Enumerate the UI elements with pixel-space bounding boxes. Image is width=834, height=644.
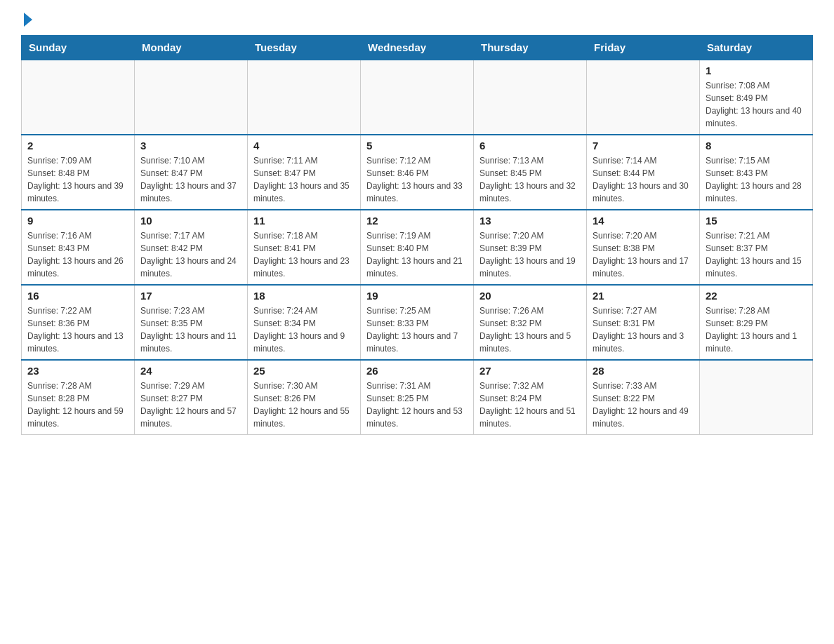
- calendar-day-cell: 22Sunrise: 7:28 AMSunset: 8:29 PMDayligh…: [700, 285, 813, 360]
- day-info: Sunrise: 7:09 AMSunset: 8:48 PMDaylight:…: [27, 154, 128, 205]
- weekday-header: Friday: [587, 36, 700, 60]
- calendar-day-cell: 19Sunrise: 7:25 AMSunset: 8:33 PMDayligh…: [361, 285, 474, 360]
- day-number: 23: [27, 365, 128, 377]
- calendar-day-cell: [587, 60, 700, 135]
- weekday-header: Tuesday: [248, 36, 361, 60]
- day-info: Sunrise: 7:20 AMSunset: 8:39 PMDaylight:…: [479, 229, 581, 280]
- calendar-day-cell: 13Sunrise: 7:20 AMSunset: 8:39 PMDayligh…: [474, 210, 587, 285]
- day-number: 10: [140, 215, 241, 227]
- day-info: Sunrise: 7:28 AMSunset: 8:29 PMDaylight:…: [706, 304, 807, 355]
- day-number: 1: [706, 65, 807, 76]
- calendar-day-cell: 7Sunrise: 7:14 AMSunset: 8:44 PMDaylight…: [587, 135, 700, 210]
- day-info: Sunrise: 7:28 AMSunset: 8:28 PMDaylight:…: [27, 380, 128, 430]
- day-number: 4: [253, 140, 355, 152]
- calendar-day-cell: 10Sunrise: 7:17 AMSunset: 8:42 PMDayligh…: [135, 210, 248, 285]
- day-number: 12: [366, 215, 468, 227]
- calendar-day-cell: 9Sunrise: 7:16 AMSunset: 8:43 PMDaylight…: [22, 210, 135, 285]
- calendar-day-cell: 6Sunrise: 7:13 AMSunset: 8:45 PMDaylight…: [474, 135, 587, 210]
- calendar-day-cell: [248, 60, 361, 135]
- calendar-day-cell: 12Sunrise: 7:19 AMSunset: 8:40 PMDayligh…: [361, 210, 474, 285]
- calendar-day-cell: 20Sunrise: 7:26 AMSunset: 8:32 PMDayligh…: [474, 285, 587, 360]
- day-number: 18: [253, 290, 355, 302]
- day-info: Sunrise: 7:14 AMSunset: 8:44 PMDaylight:…: [593, 154, 694, 205]
- calendar-day-cell: [361, 60, 474, 135]
- day-info: Sunrise: 7:12 AMSunset: 8:46 PMDaylight:…: [366, 154, 468, 205]
- calendar-day-cell: 11Sunrise: 7:18 AMSunset: 8:41 PMDayligh…: [248, 210, 361, 285]
- calendar-day-cell: 26Sunrise: 7:31 AMSunset: 8:25 PMDayligh…: [361, 360, 474, 435]
- calendar-day-cell: [700, 360, 813, 435]
- day-info: Sunrise: 7:27 AMSunset: 8:31 PMDaylight:…: [593, 304, 694, 355]
- day-info: Sunrise: 7:18 AMSunset: 8:41 PMDaylight:…: [253, 229, 355, 280]
- calendar-day-cell: [135, 60, 248, 135]
- calendar-day-cell: 18Sunrise: 7:24 AMSunset: 8:34 PMDayligh…: [248, 285, 361, 360]
- day-info: Sunrise: 7:16 AMSunset: 8:43 PMDaylight:…: [27, 229, 128, 280]
- weekday-header: Saturday: [700, 36, 813, 60]
- day-number: 16: [27, 290, 128, 302]
- day-number: 7: [593, 140, 694, 152]
- calendar-day-cell: 1Sunrise: 7:08 AMSunset: 8:49 PMDaylight…: [700, 60, 813, 135]
- calendar-day-cell: 2Sunrise: 7:09 AMSunset: 8:48 PMDaylight…: [22, 135, 135, 210]
- day-info: Sunrise: 7:10 AMSunset: 8:47 PMDaylight:…: [140, 154, 241, 205]
- day-info: Sunrise: 7:26 AMSunset: 8:32 PMDaylight:…: [479, 304, 581, 355]
- day-info: Sunrise: 7:24 AMSunset: 8:34 PMDaylight:…: [253, 304, 355, 355]
- calendar-day-cell: 4Sunrise: 7:11 AMSunset: 8:47 PMDaylight…: [248, 135, 361, 210]
- calendar-week-row: 2Sunrise: 7:09 AMSunset: 8:48 PMDaylight…: [22, 135, 813, 210]
- calendar-day-cell: 15Sunrise: 7:21 AMSunset: 8:37 PMDayligh…: [700, 210, 813, 285]
- calendar-day-cell: 5Sunrise: 7:12 AMSunset: 8:46 PMDaylight…: [361, 135, 474, 210]
- calendar-day-cell: 8Sunrise: 7:15 AMSunset: 8:43 PMDaylight…: [700, 135, 813, 210]
- day-info: Sunrise: 7:31 AMSunset: 8:25 PMDaylight:…: [366, 380, 468, 430]
- calendar-day-cell: 3Sunrise: 7:10 AMSunset: 8:47 PMDaylight…: [135, 135, 248, 210]
- day-info: Sunrise: 7:20 AMSunset: 8:38 PMDaylight:…: [593, 229, 694, 280]
- calendar-day-cell: 21Sunrise: 7:27 AMSunset: 8:31 PMDayligh…: [587, 285, 700, 360]
- day-info: Sunrise: 7:19 AMSunset: 8:40 PMDaylight:…: [366, 229, 468, 280]
- day-info: Sunrise: 7:13 AMSunset: 8:45 PMDaylight:…: [479, 154, 581, 205]
- weekday-header: Wednesday: [361, 36, 474, 60]
- calendar-week-row: 9Sunrise: 7:16 AMSunset: 8:43 PMDaylight…: [22, 210, 813, 285]
- calendar-day-cell: 28Sunrise: 7:33 AMSunset: 8:22 PMDayligh…: [587, 360, 700, 435]
- day-info: Sunrise: 7:11 AMSunset: 8:47 PMDaylight:…: [253, 154, 355, 205]
- page-header: [21, 14, 813, 28]
- day-number: 25: [253, 365, 355, 377]
- logo-arrow-icon: [24, 13, 32, 27]
- day-number: 5: [366, 140, 468, 152]
- day-info: Sunrise: 7:15 AMSunset: 8:43 PMDaylight:…: [706, 154, 807, 205]
- day-info: Sunrise: 7:25 AMSunset: 8:33 PMDaylight:…: [366, 304, 468, 355]
- logo: [21, 14, 32, 28]
- day-number: 19: [366, 290, 468, 302]
- day-number: 9: [27, 215, 128, 227]
- day-number: 2: [27, 140, 128, 152]
- day-number: 15: [706, 215, 807, 227]
- weekday-header: Sunday: [22, 36, 135, 60]
- day-info: Sunrise: 7:30 AMSunset: 8:26 PMDaylight:…: [253, 380, 355, 430]
- day-number: 3: [140, 140, 241, 152]
- day-number: 14: [593, 215, 694, 227]
- calendar-day-cell: 14Sunrise: 7:20 AMSunset: 8:38 PMDayligh…: [587, 210, 700, 285]
- day-info: Sunrise: 7:29 AMSunset: 8:27 PMDaylight:…: [140, 380, 241, 430]
- weekday-header: Monday: [135, 36, 248, 60]
- calendar-day-cell: [22, 60, 135, 135]
- weekday-header: Thursday: [474, 36, 587, 60]
- day-number: 20: [479, 290, 581, 302]
- day-number: 8: [706, 140, 807, 152]
- day-number: 24: [140, 365, 241, 377]
- day-info: Sunrise: 7:23 AMSunset: 8:35 PMDaylight:…: [140, 304, 241, 355]
- day-info: Sunrise: 7:22 AMSunset: 8:36 PMDaylight:…: [27, 304, 128, 355]
- day-number: 21: [593, 290, 694, 302]
- calendar-day-cell: [474, 60, 587, 135]
- day-number: 28: [593, 365, 694, 377]
- day-number: 27: [479, 365, 581, 377]
- calendar-day-cell: 25Sunrise: 7:30 AMSunset: 8:26 PMDayligh…: [248, 360, 361, 435]
- calendar-header-row: SundayMondayTuesdayWednesdayThursdayFrid…: [22, 36, 813, 60]
- day-info: Sunrise: 7:33 AMSunset: 8:22 PMDaylight:…: [593, 380, 694, 430]
- day-info: Sunrise: 7:32 AMSunset: 8:24 PMDaylight:…: [479, 380, 581, 430]
- calendar-day-cell: 27Sunrise: 7:32 AMSunset: 8:24 PMDayligh…: [474, 360, 587, 435]
- day-info: Sunrise: 7:08 AMSunset: 8:49 PMDaylight:…: [706, 79, 807, 130]
- calendar-day-cell: 24Sunrise: 7:29 AMSunset: 8:27 PMDayligh…: [135, 360, 248, 435]
- calendar-week-row: 23Sunrise: 7:28 AMSunset: 8:28 PMDayligh…: [22, 360, 813, 435]
- calendar-day-cell: 23Sunrise: 7:28 AMSunset: 8:28 PMDayligh…: [22, 360, 135, 435]
- calendar-week-row: 16Sunrise: 7:22 AMSunset: 8:36 PMDayligh…: [22, 285, 813, 360]
- calendar-week-row: 1Sunrise: 7:08 AMSunset: 8:49 PMDaylight…: [22, 60, 813, 135]
- day-number: 26: [366, 365, 468, 377]
- calendar-day-cell: 17Sunrise: 7:23 AMSunset: 8:35 PMDayligh…: [135, 285, 248, 360]
- calendar-table: SundayMondayTuesdayWednesdayThursdayFrid…: [21, 35, 813, 435]
